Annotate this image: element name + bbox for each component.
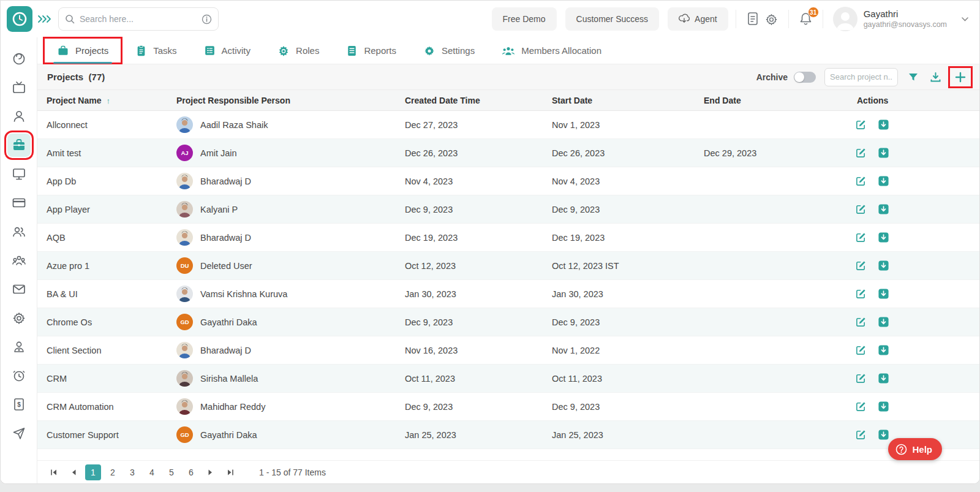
edit-project-button[interactable] — [855, 232, 867, 243]
table-row[interactable]: BA & UI Vamsi Krishna Kuruva Jan 30, 202… — [37, 280, 979, 308]
sidebar-item-people-icon[interactable] — [7, 220, 31, 243]
archive-project-button[interactable] — [878, 175, 889, 187]
tab-activity[interactable]: Activity — [190, 37, 265, 64]
edit-project-button[interactable] — [855, 401, 867, 412]
archive-toggle[interactable] — [794, 72, 816, 83]
customer-success-button[interactable]: Customer Success — [565, 7, 659, 31]
tab-projects[interactable]: Projects — [43, 37, 122, 64]
table-row[interactable]: App Player Kalyani P Dec 9, 2023 Dec 9, … — [37, 195, 979, 224]
column-header-end-date[interactable]: End Date — [695, 96, 848, 105]
sidebar-item-projects-briefcase-icon[interactable] — [7, 134, 31, 157]
table-row[interactable]: Client Section Bharadwaj D Nov 16, 2023 … — [37, 336, 979, 365]
archive-project-button[interactable] — [878, 344, 889, 356]
edit-project-button[interactable] — [855, 147, 867, 159]
sidebar-item-tv-icon[interactable] — [7, 76, 31, 99]
page-button-5[interactable]: 5 — [164, 464, 179, 480]
archive-project-button[interactable] — [878, 316, 889, 328]
user-menu[interactable]: Gayathri gayathri@snovasys.com — [833, 7, 968, 31]
tab-tasks[interactable]: Tasks — [122, 37, 190, 64]
free-demo-button[interactable]: Free Demo — [492, 7, 557, 31]
column-header-actions[interactable]: Actions — [848, 96, 979, 105]
sidebar-item-send-icon[interactable] — [7, 422, 31, 445]
sidebar-item-group-icon[interactable] — [7, 249, 31, 272]
tab-reports[interactable]: Reports — [333, 37, 410, 64]
download-icon[interactable] — [929, 70, 943, 84]
responsible-person-cell: Aadil Raza Shaik — [167, 116, 396, 133]
archive-project-button[interactable] — [878, 429, 889, 441]
table-row[interactable]: AQB Bharadwaj D Dec 19, 2023 Dec 19, 202… — [37, 224, 979, 252]
table-row[interactable]: Amit test AJAmit Jain Dec 26, 2023 Dec 2… — [37, 139, 979, 167]
edit-project-button[interactable] — [855, 429, 867, 441]
sidebar-item-timer-icon[interactable] — [7, 47, 31, 70]
tab-settings[interactable]: Settings — [410, 37, 488, 64]
first-page-button[interactable] — [46, 464, 62, 480]
pagination-summary: 1 - 15 of 77 Items — [259, 467, 326, 477]
sidebar-item-invoice-icon[interactable]: $ — [7, 393, 31, 416]
header-gear-icon[interactable] — [762, 10, 781, 29]
edit-project-button[interactable] — [855, 203, 867, 215]
edit-project-button[interactable] — [855, 373, 867, 384]
tab-label: Tasks — [153, 45, 176, 56]
global-search-input[interactable] — [80, 14, 197, 24]
last-page-button[interactable] — [222, 464, 238, 480]
created-date-cell: Oct 11, 2023 — [396, 374, 543, 384]
page-button-2[interactable]: 2 — [105, 464, 121, 480]
module-tabs: Projects Tasks Activity Roles Reports Se… — [37, 37, 979, 64]
sidebar-item-settings-gear-icon[interactable] — [7, 306, 31, 330]
start-date-cell: Dec 9, 2023 — [543, 205, 695, 214]
previous-page-button[interactable] — [66, 464, 81, 480]
column-header-project-name[interactable]: Project Name↑ — [37, 96, 167, 105]
sidebar-item-monitor-icon[interactable] — [7, 162, 31, 186]
table-row[interactable]: Azue pro 1 DUDeleted User Oct 12, 2023 O… — [37, 252, 979, 280]
next-page-button[interactable] — [203, 464, 219, 480]
archive-project-button[interactable] — [878, 401, 889, 412]
archive-project-button[interactable] — [878, 147, 889, 159]
sidebar-item-user-icon[interactable] — [7, 105, 31, 128]
edit-project-button[interactable] — [855, 175, 867, 187]
page-button-3[interactable]: 3 — [124, 464, 140, 480]
table-row[interactable]: App Db Bharadwaj D Nov 4, 2023 Nov 4, 20… — [37, 167, 979, 195]
sidebar-item-account-icon[interactable] — [7, 335, 31, 358]
notes-file-icon[interactable] — [744, 9, 762, 29]
page-button-4[interactable]: 4 — [144, 464, 160, 480]
column-header-start-date[interactable]: Start Date — [543, 96, 695, 105]
table-row[interactable]: Chrome Os GDGayathri Daka Dec 9, 2023 De… — [37, 308, 979, 336]
edit-project-button[interactable] — [855, 119, 867, 131]
sidebar-item-alarm-clock-icon[interactable] — [7, 364, 31, 387]
chevron-down-icon[interactable] — [962, 17, 968, 21]
app-logo-clock-icon[interactable] — [7, 6, 32, 32]
table-row[interactable]: CRM Sirisha Mallela Oct 11, 2023 Oct 11,… — [37, 365, 979, 393]
edit-project-button[interactable] — [855, 344, 867, 356]
archive-project-button[interactable] — [878, 373, 889, 384]
agent-label: Agent — [695, 14, 717, 24]
agent-button[interactable]: Agent — [668, 7, 728, 31]
add-project-button[interactable] — [951, 69, 970, 85]
column-header-created-date-time[interactable]: Created Date Time — [396, 96, 543, 105]
table-row[interactable]: CRM Automation Mahidhar Reddy Dec 9, 202… — [37, 393, 979, 421]
archive-project-button[interactable] — [878, 260, 889, 271]
page-button-6[interactable]: 6 — [183, 464, 199, 480]
sidebar-expand-icon[interactable] — [37, 15, 52, 23]
archive-box-icon — [878, 232, 889, 243]
page-button-1[interactable]: 1 — [85, 464, 101, 480]
table-row[interactable]: Allconnect Aadil Raza Shaik Dec 27, 2023… — [37, 111, 979, 139]
tab-members-allocation[interactable]: Members Allocation — [488, 37, 615, 64]
tab-roles[interactable]: Roles — [264, 37, 333, 64]
edit-project-button[interactable] — [855, 316, 867, 328]
archive-project-button[interactable] — [878, 288, 889, 300]
sidebar-item-mail-icon[interactable] — [7, 278, 31, 301]
filter-icon[interactable] — [907, 70, 920, 84]
table-row[interactable]: Customer Support GDGayathri Daka Jan 25,… — [37, 421, 979, 449]
column-header-project-responsible-person[interactable]: Project Responsible Person — [167, 96, 396, 105]
sort-ascending-icon[interactable]: ↑ — [106, 96, 110, 105]
notification-bell-icon[interactable]: 31 — [796, 9, 815, 29]
archive-project-button[interactable] — [878, 203, 889, 215]
info-icon[interactable] — [202, 14, 212, 25]
sidebar-item-credit-card-icon[interactable] — [7, 191, 31, 214]
edit-project-button[interactable] — [855, 260, 867, 271]
archive-project-button[interactable] — [878, 119, 889, 131]
edit-project-button[interactable] — [855, 288, 867, 300]
project-search-input[interactable] — [824, 68, 898, 86]
help-button[interactable]: Help — [888, 438, 942, 460]
archive-project-button[interactable] — [878, 232, 889, 243]
